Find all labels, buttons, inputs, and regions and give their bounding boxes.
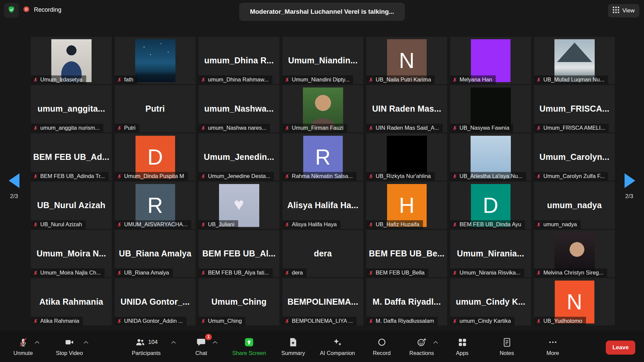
mic-muted-icon [13,337,33,348]
participant-tile[interactable]: umum_Dhina R... umum_Dhina Rahmaw... [199,37,279,84]
participant-tile[interactable]: R Rahma Nikmatin Salsa... [282,133,363,181]
participant-tile[interactable]: umum_anggita... umum_anggita nurism... [31,85,112,132]
participant-tile[interactable]: UB_Riana Amalya UB_Riana Amalya [115,230,196,277]
participant-tile[interactable]: Putri Putri [115,85,196,132]
participant-name: Alisya Halifa Haya [292,221,337,228]
participant-tile[interactable]: D Umum_Dinda Puspita M [115,133,196,181]
view-button[interactable]: View [608,4,639,17]
participant-tile[interactable]: Melyana Han [450,37,531,84]
participant-tile[interactable]: UB_Nasywa Fawnia [450,85,531,132]
participant-name-tag: Umum_Firman Fauzi [282,124,347,132]
participant-name-tag: umum_anggita nurism... [31,124,103,132]
participant-name: UB_Mufad Luqman Nu... [543,76,604,83]
participant-tile[interactable]: umum_Nashwa... umum_Nashwa nares... [199,85,279,132]
participant-tile[interactable]: Umum_Irdasetya [31,37,112,84]
participant-tile[interactable]: M. Daffa Riyadl... M. Daffa Riyadlussala… [366,278,447,325]
chevron-up-icon[interactable] [84,339,89,345]
participant-tile[interactable]: Umum_FRISCA... Umum_FRISCA AMELI... [534,85,615,132]
ai-sparkle-icon [320,337,355,348]
participant-tile[interactable]: umum_nadya umum_nadya [534,182,615,229]
participant-tile[interactable]: UNIDA Gontor_... UNIDA Gontor_Addin ... [115,278,196,325]
toolbar-apps-button[interactable]: Apps [456,337,469,356]
participant-name: Umum_Nirania Risvika... [460,269,521,276]
participant-name-tag: BEM FEB UB_Bella [366,268,428,277]
previous-page-arrow[interactable] [9,173,19,188]
toolbar-participants-button[interactable]: 104 Participants [132,337,161,356]
participant-name-tag: Umum_FRISCA AMELI... [534,124,609,132]
participant-tile[interactable]: umum_Cindy K... umum_Cindy Kartika [450,278,531,325]
participant-tile[interactable]: Melvina Christyn Sireg... [534,230,615,277]
recording-label: Recording [34,6,61,13]
toolbar-more-button[interactable]: More [546,337,559,356]
muted-mic-icon [284,125,290,131]
leave-button[interactable]: Leave [606,341,635,355]
participant-tile[interactable]: Umum_Niandin... Umum_Niandini Dipty... [282,37,363,84]
toolbar-record-button[interactable]: Record [373,337,390,356]
toolbar-unmute-button[interactable]: Unmute [13,337,33,356]
toolbar-reactions-button[interactable]: Reactions [409,337,434,356]
toolbar-share-screen-button[interactable]: Share Screen [232,337,266,356]
toolbar-ai-companion-button[interactable]: AI Companion [320,337,355,356]
toolbar-chat-button[interactable]: 1 Chat [196,337,207,356]
participant-name-tag: Umum_Nirania Risvika... [450,268,524,277]
participant-name-tag: BEM FEB UB_Dinda Ayu [450,220,525,229]
participant-tile[interactable]: fath [115,37,196,84]
participant-tile[interactable]: UB_Juliani [199,182,279,229]
participant-tile[interactable]: BEMPOLINEMA... BEMPOLINEMA_LIYA ... [282,278,363,325]
participant-name-tag: UB_Ariestha La'isya Nu... [450,172,526,181]
muted-mic-icon [452,318,458,324]
participant-tile[interactable]: UB_Mufad Luqman Nu... [534,37,615,84]
participant-tile[interactable]: dera dera [282,230,363,277]
participant-tile[interactable]: Umum_Nirania... Umum_Nirania Risvika... [450,230,531,277]
muted-mic-icon [536,318,541,324]
chevron-up-icon[interactable] [171,339,176,345]
participant-name-tag: Rahma Nikmatin Salsa... [282,172,357,181]
participant-name: M. Daffa Riyadlussalam [376,318,434,324]
participant-tile[interactable]: D BEM FEB UB_Dinda Ayu [450,182,531,229]
toolbar-notes-button[interactable]: Notes [499,337,514,356]
participant-name-tag: dera [282,268,307,277]
participant-tile[interactable]: Umum_Jenedin... Umum_Jenedine Desta... [199,133,279,181]
participant-name-tag: UB_Rizkyta Nur'ahlina [366,172,435,181]
participant-tile[interactable]: N UB_Naila Putri Karima [366,37,447,84]
participant-tile[interactable]: Umum_Carolyn... Umum_Carolyn Zulfa F... [534,133,615,181]
participant-tile[interactable]: Atika Rahmania Atika Rahmania [31,278,112,325]
next-page-arrow[interactable] [625,173,635,188]
chevron-up-icon[interactable] [213,339,218,345]
chevron-up-icon[interactable] [35,339,40,345]
security-shield-button[interactable] [4,3,19,18]
participant-name: UB_Hafiz Huzaifa [376,221,419,228]
participant-tile[interactable]: Umum_Ching Umum_Ching [199,278,279,325]
participant-name-tag: Umum_Ching [199,317,246,325]
participant-tile[interactable]: BEM FEB UB_Be... BEM FEB UB_Bella [366,230,447,277]
participant-tile[interactable]: UB_Rizkyta Nur'ahlina [366,133,447,181]
muted-mic-icon [368,270,374,276]
shield-check-icon [7,5,16,15]
camera-icon [56,337,83,348]
participant-tile[interactable]: R UMUM_AISVARYACHA... [115,182,196,229]
muted-mic-icon [201,174,206,179]
participant-name-tag: Umum_Jenedine Desta... [199,172,274,181]
chevron-up-icon[interactable] [433,339,438,345]
participant-tile[interactable]: BEM FEB UB_Al... BEM FEB UB_Alya fati... [199,230,279,277]
participant-name: UNIDA Gontor_Addin ... [124,318,183,324]
participant-name-tag: umum_Nashwa nares... [199,124,270,132]
muted-mic-icon [536,77,541,82]
participant-tile[interactable]: N UB_Yudhotomo [534,278,615,325]
participant-tile[interactable]: UB_Ariestha La'isya Nu... [450,133,531,181]
participant-tile[interactable]: UB_Nurul Azizah UB_Nurul Azizah [31,182,112,229]
participant-name: Atika Rahmania [40,318,79,324]
participant-tile[interactable]: Alisya Halifa Ha... Alisya Halifa Haya [282,182,363,229]
toolbar-summary-button[interactable]: Summary [281,337,305,356]
participant-tile[interactable]: Umum_Firman Fauzi [282,85,363,132]
recording-pause-icon[interactable] [22,5,31,15]
participant-name-tag: umum_Dhina Rahmaw... [199,75,272,84]
participant-tile[interactable]: Umum_Moira N... Umum_Moira Najla Ch... [31,230,112,277]
muted-mic-icon [33,270,38,276]
toolbar-stop-video-button[interactable]: Stop Video [56,337,83,356]
participant-tile[interactable]: UIN Raden Mas... UIN Raden Mas Said_A... [366,85,447,132]
participant-tile[interactable]: BEM FEB UB_Ad... BEM FEB UB_Adinda Tr... [31,133,112,181]
participant-name-tag: umum_Cindy Kartika [450,317,515,325]
participant-name-tag: Putri [115,124,139,132]
participant-tile[interactable]: H UB_Hafiz Huzaifa [366,182,447,229]
